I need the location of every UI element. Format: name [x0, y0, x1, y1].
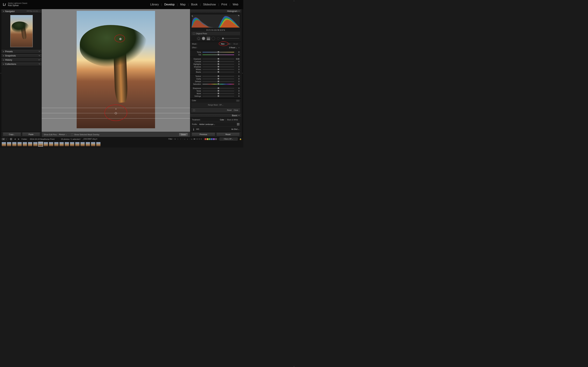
edit-pins-dropdown[interactable]: Always ⌄: [59, 133, 67, 136]
mask-new-tab[interactable]: New: [220, 43, 226, 45]
histogram-header[interactable]: Histogram ▾: [190, 9, 241, 13]
filmstrip-thumb[interactable]: [33, 142, 38, 147]
graduated-filter-tool[interactable]: [207, 37, 210, 40]
profile-dropdown[interactable]: Adobe Landscape ⌄: [199, 123, 215, 125]
folder-name[interactable]: 2014-10-10 Deadhorse Point: [30, 138, 54, 140]
filmstrip-thumb[interactable]: [85, 142, 90, 147]
mask-edit-tab[interactable]: Edit: [226, 43, 232, 45]
shadows-slider[interactable]: Shadows0: [192, 66, 239, 68]
filmstrip-thumb[interactable]: [28, 142, 33, 147]
dehaze-slider[interactable]: Dehaze0: [192, 80, 239, 83]
radial-filter-tool[interactable]: [212, 37, 215, 40]
photo-preview[interactable]: [77, 11, 155, 128]
rating-compare-icon[interactable]: ≥: [191, 138, 192, 140]
presets-header[interactable]: ▸ Presets +.: [1, 49, 42, 53]
filmstrip-thumb[interactable]: [70, 142, 75, 147]
saturation-slider[interactable]: Saturation0: [192, 83, 239, 85]
color-filter-green[interactable]: [209, 138, 210, 140]
eyedropper-icon[interactable]: [191, 127, 196, 131]
module-book[interactable]: Book: [189, 3, 199, 6]
redeye-tool[interactable]: [202, 37, 205, 40]
sharpness-slider[interactable]: Sharpness0: [192, 87, 239, 90]
previous-button[interactable]: Previous: [192, 133, 215, 136]
reset-adjustment-button[interactable]: Reset: [227, 109, 232, 111]
amount-slider[interactable]: [222, 38, 239, 39]
filmstrip-thumb[interactable]: [91, 142, 95, 147]
plus-icon[interactable]: +.: [39, 54, 40, 57]
filmstrip-thumb[interactable]: [80, 142, 85, 147]
defringe-slider[interactable]: Defringe0: [192, 95, 239, 98]
mask-overlay-label[interactable]: Show Selected Mask Overlay: [74, 133, 99, 136]
noise-slider[interactable]: Noise0: [192, 90, 239, 92]
navigator-preview[interactable]: [1, 13, 42, 49]
color-filter-yellow[interactable]: [207, 138, 208, 140]
wb-dropdown[interactable]: As Shot ⌄: [231, 128, 239, 130]
filmstrip-thumb[interactable]: [54, 142, 59, 147]
tint-slider[interactable]: Tint0: [192, 53, 239, 56]
left-panel-collapse[interactable]: ◂: [0, 9, 1, 137]
flag-any-icon[interactable]: ⚑: [174, 138, 176, 140]
rating-lte-icon[interactable]: ≡: [187, 138, 189, 140]
module-web[interactable]: Web: [231, 3, 241, 6]
temp-slider[interactable]: Temp0: [192, 51, 239, 53]
flag-rejected-icon[interactable]: ⚐: [180, 138, 182, 140]
exposure-slider[interactable]: Exposure0.00: [192, 58, 239, 60]
navigator-header[interactable]: ▾ Navigator FIT FILL 1:1 2:1 ⌄: [1, 9, 42, 13]
rating-gte-icon[interactable]: ≡: [184, 138, 186, 140]
gradient-handle-icon[interactable]: +: [115, 108, 117, 110]
navigator-thumbnail[interactable]: [10, 15, 33, 47]
filmstrip-thumb[interactable]: [22, 142, 27, 147]
clarity-slider[interactable]: Clarity0: [192, 78, 239, 80]
profile-browser-icon[interactable]: [237, 123, 239, 125]
collections-header[interactable]: ▸ Collections +.: [1, 62, 42, 66]
history-header[interactable]: ▸ History ✕: [1, 58, 42, 62]
highlights-slider[interactable]: Highlights0: [192, 63, 239, 66]
grid-view-icon[interactable]: [10, 138, 12, 140]
filters-off-dropdown[interactable]: Filters Off ⌄: [219, 138, 238, 141]
filmstrip-thumb[interactable]: [12, 142, 17, 147]
color-filter-none[interactable]: [215, 138, 217, 140]
brush-tool[interactable]: [217, 37, 219, 40]
filmstrip-thumb[interactable]: [96, 142, 101, 147]
nav-forward-icon[interactable]: ▶: [18, 138, 20, 140]
window2-button[interactable]: 2: [5, 138, 8, 140]
plus-icon[interactable]: +.: [39, 50, 40, 53]
contrast-slider[interactable]: Contrast0: [192, 60, 239, 63]
x-icon[interactable]: ✕: [38, 59, 40, 61]
original-photo-row[interactable]: Original Photo: [191, 32, 240, 35]
texture-slider[interactable]: Texture0: [192, 75, 239, 78]
filmstrip-thumb[interactable]: [64, 142, 69, 147]
close-adjustment-button[interactable]: Close: [234, 109, 238, 111]
star-filter[interactable]: ★★★★★: [193, 138, 202, 140]
filmstrip-thumb[interactable]: [17, 142, 22, 147]
plus-icon[interactable]: +.: [39, 63, 40, 65]
current-filename[interactable]: _DSC0987.dng ▾: [82, 138, 97, 140]
filmstrip-thumb[interactable]: [49, 142, 53, 147]
nav-back-icon[interactable]: ◀: [14, 138, 16, 140]
mask-overlay-checkbox[interactable]: [71, 133, 73, 135]
treatment-color[interactable]: Color: [219, 119, 226, 121]
histogram-display[interactable]: ◣ ◥: [191, 14, 240, 28]
module-map[interactable]: Map: [178, 3, 188, 6]
canvas[interactable]: +: [42, 9, 190, 132]
moire-slider[interactable]: Moiré0: [192, 92, 239, 95]
lock-icon[interactable]: 🔒: [239, 138, 242, 140]
color-picker-row[interactable]: Color: [190, 98, 241, 103]
module-print[interactable]: Print: [219, 3, 229, 6]
chevron-down-icon[interactable]: ▾: [239, 47, 239, 49]
original-photo-checkbox[interactable]: [193, 33, 195, 35]
color-filter-blue[interactable]: [211, 138, 213, 140]
treatment-bw[interactable]: Black & White: [226, 119, 239, 121]
module-slideshow[interactable]: Slideshow: [201, 3, 218, 6]
filmstrip-thumb[interactable]: [1, 142, 6, 147]
color-filter-red[interactable]: [205, 138, 206, 140]
gradient-line-bottom[interactable]: [42, 118, 190, 118]
filmstrip-thumb[interactable]: [38, 142, 43, 147]
edit-pin-active[interactable]: [115, 112, 117, 114]
edit-pin-existing[interactable]: [119, 38, 121, 40]
color-filter-purple[interactable]: [213, 138, 215, 140]
snapshots-header[interactable]: ▸ Snapshots +.: [1, 53, 42, 58]
highlight-clipping-icon[interactable]: ◥: [238, 15, 240, 17]
navigator-zoom-options[interactable]: FIT FILL 1:1 2:1 ⌄: [27, 10, 40, 12]
mask-brush-tab[interactable]: Brush: [232, 43, 239, 45]
